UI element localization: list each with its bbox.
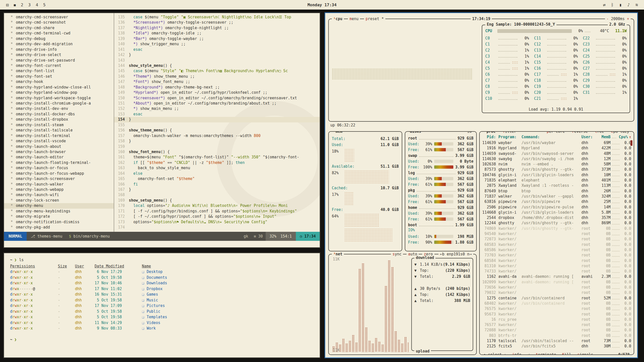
process-row[interactable]: 87649btopbtopdhh26M0.0 <box>482 189 631 194</box>
process-row[interactable]: 2125fcitx5/usr/bin/fcitx5dhh30M0.0 <box>482 344 631 349</box>
code-line[interactable]: 165 omarchy-font-set "$theme" <box>114 176 320 182</box>
file-item[interactable]: *omarchy-menu-keybindings <box>4 209 114 214</box>
file-item[interactable]: *omarchy-cmd-screenshot <box>4 20 114 25</box>
process-row[interactable]: 1916HyprlandHyprlanddhh422M0.0 <box>482 146 631 151</box>
network-icon[interactable]: ≋ <box>635 2 638 7</box>
code-line[interactable]: 154} <box>114 117 320 122</box>
file-item[interactable]: *omarchy-install-terminal <box>4 133 114 139</box>
file-item[interactable]: *omarchy-install-vscode <box>4 139 114 144</box>
kill-button[interactable]: Kill <box>561 352 573 355</box>
file-item[interactable]: *omarchy-hyprland-window-close-all <box>4 85 114 90</box>
process-row[interactable]: 68584kworker/root0B0.0 <box>482 258 631 263</box>
process-row[interactable]: 72073kworker/root0B0.0 <box>482 237 631 242</box>
process-row[interactable]: 81310kworker/root0B0.0 <box>482 263 631 269</box>
process-row[interactable]: 2075XwaylandXwayland :1 -rootless -dhh11… <box>482 183 631 188</box>
file-item[interactable]: *omarchy-drive-set-password <box>4 58 114 63</box>
file-name[interactable]: ❏Documents <box>142 275 320 281</box>
process-row[interactable]: 63816pipewire/usr/bin/pipewiredhh25M0.0 <box>482 199 631 204</box>
code-line[interactable]: 151 *About*) open_in_editor ~/.config/om… <box>114 101 320 106</box>
code-line[interactable]: 174 <box>114 225 320 230</box>
file-item[interactable]: *omarchy-launch-or-focus-webapp <box>4 171 114 176</box>
process-row[interactable]: 68402kworker//usr/bin/containerdroot0B0.… <box>482 301 631 306</box>
workspace-active-indicator[interactable]: ■ <box>14 3 16 7</box>
process-row[interactable]: 1275containe/usr/bin/containerdroot52M0.… <box>482 296 631 301</box>
code-line[interactable]: 155 <box>114 122 320 128</box>
process-row[interactable]: 73703kworker/root0B0.0 <box>482 253 631 258</box>
process-row[interactable]: 76575kworker/root0B0.0 <box>482 306 631 311</box>
file-item[interactable]: *omarchy-launch-editor <box>4 155 114 160</box>
process-row[interactable]: 104746glycin-i/usr/lib/glycin-loadersdhh… <box>482 172 631 178</box>
process-row[interactable]: 74733kworker/root0B0.0 <box>482 269 631 274</box>
code-line[interactable]: 166 fi <box>114 182 320 187</box>
file-item[interactable]: *omarchy-install-chromium-google-a <box>4 101 114 106</box>
process-row[interactable]: 71835elephantelephantdhh401M0.0 <box>482 178 631 183</box>
cpulazy-tab[interactable]: cpu lazy <box>610 131 631 134</box>
code-line[interactable]: 160show_font_menu() { <box>114 149 320 155</box>
screencast-icon[interactable]: ⇄ <box>603 2 606 7</box>
code-line[interactable]: 137 *Nightlight*) omarchy-toggle-nightli… <box>114 25 320 31</box>
workspace-5[interactable]: 5 <box>43 3 46 7</box>
code-line[interactable]: 158} <box>114 139 320 144</box>
code-line[interactable]: 135 case $(menu "Toggle" "▣ Screensaver\… <box>114 15 320 20</box>
bluetooth-icon[interactable]: ᛒ <box>611 2 614 7</box>
file-item[interactable]: *omarchy-launch-walker <box>4 182 114 187</box>
process-row[interactable]: 94540kworker/root0B0.0 <box>482 231 631 237</box>
code-line[interactable]: 146 *Theme*) show_theme_menu ;; <box>114 74 320 79</box>
file-item[interactable]: *omarchy-cmd-screensaver <box>4 15 114 20</box>
select-hint[interactable]: ↑ select ↓ <box>482 352 507 355</box>
file-item[interactable]: *omarchy-launch-about <box>4 144 114 149</box>
code-line[interactable]: 172 [ -f ~/.config/hypr/input.conf ] && … <box>114 214 320 219</box>
file-item[interactable]: *omarchy-drive-info <box>4 47 114 52</box>
process-row[interactable]: 74869kworker//usr/bin/ghostty --gtk-root… <box>482 226 631 231</box>
code-line[interactable]: 150 *Screensaver*) open_in_editor ~/.con… <box>114 96 320 101</box>
terminate-button[interactable]: terminate <box>534 352 557 355</box>
code-line[interactable]: 163 back_to show_style_menu <box>114 165 320 171</box>
reverse-tab[interactable]: reverse <box>570 131 589 134</box>
file-item[interactable]: *omarchy-install-tailscale <box>4 128 114 133</box>
preset-tab[interactable]: preset * <box>364 16 385 22</box>
file-name[interactable]: ❏Videos <box>142 320 320 326</box>
process-row[interactable]: 102099kworker/avahi-daemon: running [roo… <box>482 280 631 285</box>
code-line[interactable]: 149 *Hyprland*) open_in_editor ~/.config… <box>114 90 320 95</box>
code-line[interactable]: 170 local options="♪ Audio\n≋ Wifi\nᛒ Bl… <box>114 203 320 208</box>
code-line[interactable]: 169show_setup_menu() { <box>114 198 320 203</box>
code-line[interactable]: 173 options="$options\n⚑ Defaults\n☁ DNS… <box>114 219 320 225</box>
process-row[interactable]: 16rcu_preeroot0B0.0 <box>482 317 631 322</box>
file-item[interactable]: *omarchy-launch-webapp <box>4 187 114 192</box>
file-item[interactable]: *omarchy-font-set <box>4 74 114 79</box>
file-item[interactable]: *omarchy-lock-screen <box>4 198 114 203</box>
file-item[interactable]: *omarchy-debug <box>4 36 114 41</box>
code-line[interactable]: 161 theme=$(menu "Font" "$(omarchy-font-… <box>114 155 320 160</box>
code-line[interactable]: 152 *) show_main_menu ;; <box>114 106 320 111</box>
file-item[interactable]: *omarchy-launch-wifi <box>4 192 114 198</box>
file-name[interactable]: ❏Desktop <box>142 269 320 275</box>
file-item[interactable]: *omarchy-install-dev-env <box>4 106 114 111</box>
workspace-3[interactable]: 3 <box>28 3 31 7</box>
file-name[interactable]: ❏Work <box>142 326 320 331</box>
file-name[interactable]: ❏Music <box>142 297 320 303</box>
workspace-2[interactable]: 2 <box>21 3 23 7</box>
file-item[interactable]: *omarchy-hyprland-workspace-toggle <box>4 96 114 101</box>
file-item[interactable]: *omarchy-cmd-share <box>4 25 114 31</box>
interval-increase-button[interactable]: + <box>627 17 629 21</box>
process-row[interactable]: 72088kworker/root0B0.0 <box>482 328 631 333</box>
process-row[interactable]: 2506pipewire/usr/bin/pipewire-pulsedhh14… <box>482 205 631 210</box>
file-item[interactable]: *omarchy-drive-select <box>4 52 114 58</box>
process-row[interactable]: 68583kworker/root0B0.0 <box>482 242 631 247</box>
code-line[interactable]: 145 case $(menu "Style" "◧ Theme\n✎ Font… <box>114 68 320 74</box>
per-core-tab[interactable]: per-core <box>545 131 566 134</box>
omarchy-logo-icon[interactable]: ⊡ <box>6 2 9 8</box>
file-item[interactable]: *omarchy-launch-browser <box>4 149 114 155</box>
code-line[interactable]: 159 <box>114 144 320 149</box>
code-line[interactable]: 138 *Idle*) omarchy-toggle-idle ;; <box>114 31 320 36</box>
code-line[interactable]: 153 esac <box>114 112 320 117</box>
process-row[interactable]: 2544dropbox/home/dhh/.dropbox-distdhh357… <box>482 215 631 220</box>
process-row[interactable]: 76577kworker/root0B0.0 <box>482 322 631 328</box>
file-name[interactable]: ❏Pictures <box>142 303 320 309</box>
process-row[interactable]: 114639waybar/usr/bin/waybardhh69M0.0 <box>482 140 631 146</box>
process-scrollbar-thumb[interactable] <box>630 140 632 146</box>
code-line[interactable]: 156show_theme_menu() { <box>114 128 320 133</box>
file-name[interactable]: ❏Dropbox <box>142 286 320 292</box>
process-row[interactable]: 114659swayosd-/usr/bin/swayosd-serverdhh… <box>482 151 631 156</box>
code-line[interactable]: 140 *) show_trigger_menu ;; <box>114 41 320 47</box>
